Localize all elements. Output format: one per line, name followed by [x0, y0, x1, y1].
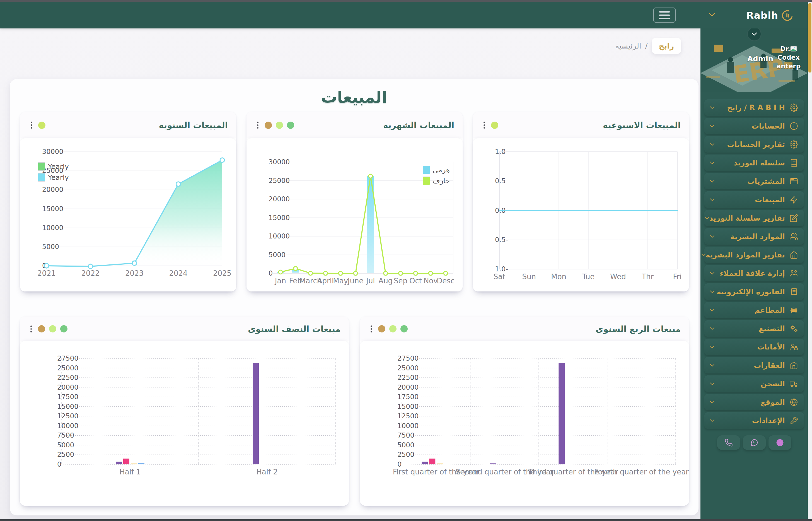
chart-panel: 1.00.50.0-0.5-1.0SatSunMonTueWedThrFri [473, 138, 689, 292]
sidebar-item-label: تقارير الحسابات [727, 140, 785, 149]
chevron-down-icon [710, 180, 714, 183]
svg-text:Aug: Aug [378, 277, 393, 285]
brand-name: Rabih [746, 10, 778, 21]
kebab-menu-icon[interactable] [368, 324, 374, 334]
legend-item[interactable]: Yearly [38, 173, 69, 182]
bolt-icon [790, 196, 798, 204]
chart-title: مبيعات الربع السنوى [596, 324, 681, 334]
profile-banner: ERP Admin Dr. [700, 28, 808, 92]
svg-text:25000: 25000 [397, 364, 419, 372]
svg-text:20000: 20000 [397, 384, 419, 391]
status-dot [400, 325, 408, 333]
svg-text:Fri: Fri [673, 272, 682, 281]
widget-header: المبيعات السنويه [20, 112, 236, 138]
chart-canvas: 1.00.50.0-0.5-1.0SatSunMonTueWedThrFri [473, 138, 689, 292]
breadcrumb-home[interactable]: الرئيسية [615, 42, 641, 50]
home-icon [790, 251, 798, 259]
chart-canvas: 2750025000225002000017500150001250010000… [20, 341, 349, 506]
sidebar-item-14[interactable]: الأمانات [704, 339, 804, 355]
wrench-icon [790, 416, 798, 425]
svg-text:5000: 5000 [57, 441, 74, 449]
whatsapp-icon [750, 438, 759, 447]
users-icon [790, 232, 798, 241]
kebab-menu-icon[interactable] [28, 324, 34, 334]
messenger-button[interactable] [768, 435, 791, 450]
widget-header: مبيعات النصف السنوى [20, 317, 349, 341]
chart-canvas: 3000025000200001500010000500002021202220… [20, 138, 236, 292]
hamburger-menu-button[interactable] [653, 7, 676, 23]
kebab-menu-icon[interactable] [481, 120, 487, 130]
admin-label: Admin [747, 55, 773, 63]
sidebar-item-13[interactable]: التصنيع [704, 320, 804, 337]
sidebar-item-7[interactable]: تقارير سلسلة التوريد [704, 210, 804, 226]
status-dot [378, 325, 385, 333]
sidebar-menu: R A B I H / رابح الحسابات تقارير الحسابا… [700, 92, 808, 429]
svg-text:25000: 25000 [269, 177, 290, 185]
book-icon [790, 159, 798, 167]
chevron-down-icon [710, 143, 714, 146]
info-icon [790, 122, 798, 130]
receipt-icon [790, 288, 798, 296]
scrollbar-thumb[interactable] [808, 3, 811, 72]
charts-row-bottom: مبيعات الربع السنوى 27500250002250020000… [19, 317, 689, 506]
sidebar-item-11[interactable]: الفاتورة الإلكترونية [704, 284, 804, 300]
sidebar-item-1[interactable]: R A B I H / رابح [704, 99, 804, 116]
svg-text:27500: 27500 [57, 355, 78, 362]
svg-text:May: May [333, 277, 348, 285]
sidebar-item-label: الموقع [761, 398, 785, 406]
svg-text:15000: 15000 [42, 205, 63, 213]
globe-icon [790, 398, 798, 406]
phone-button[interactable] [717, 435, 740, 450]
status-dot [38, 121, 45, 129]
legend-item[interactable]: جارف [423, 177, 450, 185]
org-label: Dr. Codex anterp [775, 45, 802, 71]
legend-swatch [423, 177, 430, 185]
chevron-down-icon[interactable] [709, 13, 715, 17]
window-bottom-strip [0, 519, 812, 521]
crescent-icon [781, 9, 794, 22]
svg-text:April: April [317, 277, 334, 285]
sidebar-item-4[interactable]: سلسلة التوريد [704, 155, 804, 171]
brand[interactable]: Rabih [746, 9, 794, 22]
svg-text:Jul: Jul [366, 277, 375, 285]
kebab-menu-icon[interactable] [255, 120, 261, 130]
sidebar-item-10[interactable]: إدارة علاقة العملاء [704, 265, 804, 281]
page-title: المبيعات [10, 88, 698, 106]
widget-header: المبيعات الشهريه [247, 112, 463, 138]
gears-icon [790, 324, 798, 333]
sidebar-item-18[interactable]: الإعدادات [704, 412, 804, 429]
truck-icon [790, 380, 798, 388]
sidebar-item-label: الأمانات [757, 343, 785, 351]
svg-text:2025: 2025 [213, 269, 231, 277]
chart-widget-quarterly: مبيعات الربع السنوى 27500250002250020000… [360, 317, 689, 506]
status-dot [60, 325, 68, 333]
sidebar-item-16[interactable]: الشحن [704, 376, 804, 392]
sidebar-item-label: تقارير الموارد البشرية [706, 251, 785, 259]
status-dot [287, 121, 294, 129]
whatsapp-button[interactable] [743, 435, 766, 450]
sidebar-item-label: سلسلة التوريد [734, 159, 785, 167]
sidebar-item-2[interactable]: الحسابات [704, 118, 804, 134]
legend-item[interactable]: Yearly [38, 162, 69, 171]
widget-header: المبيعات الاسبوعيه [473, 112, 689, 138]
sidebar-item-6[interactable]: المبيعات [704, 191, 804, 208]
sidebar-item-5[interactable]: المشتريات [704, 173, 804, 189]
kebab-menu-icon[interactable] [28, 120, 34, 130]
sidebar-item-9[interactable]: تقارير الموارد البشرية [704, 247, 804, 263]
sidebar-item-17[interactable]: الموقع [704, 394, 804, 410]
scrollbar-track[interactable] [808, 2, 812, 519]
chart-title: المبيعات الشهريه [383, 120, 454, 130]
sidebar-item-12[interactable]: المطاعم [704, 302, 804, 318]
chart-widget-yearly: المبيعات السنويه 30000250002000015000100… [20, 112, 236, 292]
chevron-down-icon [710, 198, 714, 201]
chevron-down-icon [710, 419, 714, 422]
legend-item[interactable]: هرمى [423, 166, 450, 174]
breadcrumb-current-chip[interactable]: رابح [652, 38, 681, 54]
svg-text:25000: 25000 [57, 364, 78, 372]
charts-row-top: المبيعات الاسبوعيه 1.00.50.0-0.5-1.0SatS… [19, 112, 689, 292]
chart-legend: هرمى جارف [423, 166, 450, 185]
sidebar-item-15[interactable]: العقارات [704, 357, 804, 373]
sidebar-item-3[interactable]: تقارير الحسابات [704, 136, 804, 153]
sidebar-item-8[interactable]: الموارد البشرية [704, 228, 804, 245]
topbar [0, 2, 700, 28]
